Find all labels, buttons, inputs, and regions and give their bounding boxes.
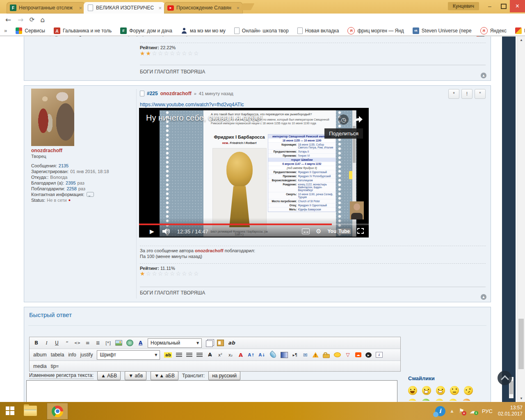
lowercase-button[interactable]: ▼ абв bbox=[125, 371, 146, 380]
soundcloud-button[interactable]: ☁ bbox=[355, 352, 361, 357]
bookmark[interactable]: vk Steven Universe (пере bbox=[413, 27, 472, 34]
star-icon[interactable]: ☆ bbox=[194, 50, 200, 57]
alert-button[interactable]: ▽ bbox=[345, 352, 351, 358]
action-center-flag-icon[interactable]: ⚑ × bbox=[459, 407, 464, 415]
tab-close-icon[interactable]: × bbox=[77, 5, 82, 11]
go-top-icon[interactable]: ▲ bbox=[481, 73, 486, 78]
smiley[interactable] bbox=[450, 386, 459, 395]
highlight-button[interactable]: ab bbox=[164, 352, 172, 358]
list-item-button[interactable]: [*] bbox=[105, 340, 111, 346]
file-explorer-icon[interactable] bbox=[24, 406, 37, 416]
smiley[interactable] bbox=[422, 399, 430, 401]
star-icon[interactable]: ☆ bbox=[182, 270, 188, 277]
gradient-button[interactable] bbox=[281, 352, 288, 358]
browser-profile-name[interactable]: Кунцевич bbox=[448, 2, 479, 10]
star-icon[interactable]: ☆ bbox=[146, 270, 152, 277]
volume-icon[interactable] bbox=[162, 228, 171, 234]
window-close-button[interactable]: × bbox=[510, 0, 525, 12]
paste-button[interactable] bbox=[217, 340, 224, 346]
scroll-to-top-button[interactable] bbox=[498, 371, 512, 385]
reload-icon[interactable]: ⟳ bbox=[27, 15, 37, 25]
subscript-button[interactable]: x₂ bbox=[227, 352, 233, 358]
forward-icon[interactable]: → bbox=[16, 15, 25, 25]
quote-button[interactable]: “ bbox=[64, 340, 70, 346]
star-icon[interactable]: ☆ bbox=[182, 50, 188, 57]
align-center-button[interactable] bbox=[176, 353, 182, 357]
post-author-name[interactable]: onozdrachoff bbox=[31, 148, 62, 153]
back-icon[interactable]: ← bbox=[3, 15, 13, 25]
smiley[interactable] bbox=[449, 399, 457, 401]
smiley[interactable] bbox=[462, 399, 471, 401]
youtube-link[interactable]: https://www.youtube.com/watch?v=fhd2vq4A… bbox=[140, 102, 244, 107]
notification-info-icon[interactable]: i bbox=[435, 406, 445, 416]
youtube-player[interactable]: А это такой был этот Барбаросса, что пер… bbox=[139, 108, 369, 237]
bookmark[interactable]: Почта bbox=[515, 27, 525, 34]
italic-button[interactable]: I bbox=[43, 340, 50, 346]
tabela-button[interactable]: tabela bbox=[51, 352, 64, 358]
smiley[interactable] bbox=[408, 386, 417, 395]
font-larger-button[interactable]: A↑ bbox=[248, 352, 254, 358]
font-smaller-button[interactable]: A↓ bbox=[259, 352, 265, 358]
star-icon[interactable]: ☆ bbox=[194, 270, 200, 277]
star-icon[interactable]: ☆ bbox=[164, 50, 170, 57]
smiley[interactable] bbox=[422, 386, 431, 395]
go-top-icon[interactable]: ▲ bbox=[481, 294, 486, 300]
link-button[interactable] bbox=[126, 340, 133, 346]
media-button[interactable]: media bbox=[33, 363, 47, 370]
ab-button[interactable]: ab bbox=[228, 340, 235, 346]
browser-scrollbar[interactable]: ▲ ▼ bbox=[517, 37, 525, 402]
align-justify-button[interactable] bbox=[186, 353, 192, 357]
scroll-down-icon[interactable]: ▼ bbox=[518, 397, 525, 400]
email-quote-button[interactable]: ✉ bbox=[302, 352, 308, 358]
taskbar-clock[interactable]: 13:57 02.01.2017 bbox=[498, 405, 523, 417]
window-minimize-button[interactable]: – bbox=[482, 0, 498, 12]
browser-tab-youtube[interactable]: ▶ Происхождение Славян × bbox=[164, 2, 243, 14]
thanks-by[interactable]: Па 100 (менее минуты назад) bbox=[140, 254, 202, 259]
watch-later-icon[interactable]: ◷ bbox=[338, 114, 349, 125]
smiley[interactable] bbox=[436, 386, 445, 395]
bookmark[interactable]: Я фриц морген — Янд bbox=[347, 27, 404, 34]
youtube-logo[interactable]: You Tube bbox=[327, 228, 351, 234]
star-icon[interactable]: ☆ bbox=[158, 270, 164, 277]
list-button[interactable]: ≡ bbox=[84, 340, 91, 346]
window-maximize-button[interactable] bbox=[498, 0, 510, 12]
star-icon[interactable]: ★ bbox=[146, 50, 152, 57]
font-color-button[interactable]: A bbox=[137, 340, 144, 346]
video-button[interactable]: ▶ bbox=[365, 352, 372, 358]
settings-gear-icon[interactable]: ⚙ bbox=[316, 228, 321, 235]
browser-tab-active[interactable]: ВЕЛИКАЯ ИЗОТЕРИЧЕС × bbox=[84, 2, 165, 14]
subtitles-icon[interactable] bbox=[302, 228, 310, 234]
drop-button[interactable] bbox=[269, 351, 277, 359]
bookmark[interactable]: ма мэ ми мо му bbox=[181, 27, 226, 34]
image-button[interactable] bbox=[115, 340, 122, 346]
album-button[interactable]: album bbox=[33, 352, 47, 358]
justify-button[interactable]: justify bbox=[80, 352, 93, 358]
bookmark[interactable]: F Форум: дом и дача bbox=[120, 27, 172, 34]
star-icon[interactable]: ☆ bbox=[170, 270, 176, 277]
bookmarks-overflow-icon[interactable]: » bbox=[4, 27, 7, 34]
quote-button[interactable]: “ bbox=[475, 89, 486, 99]
smiley[interactable] bbox=[435, 399, 444, 401]
align-right-button[interactable] bbox=[196, 353, 203, 357]
language-indicator[interactable]: РУС bbox=[482, 408, 493, 414]
info-button[interactable]: info bbox=[68, 352, 76, 358]
togglecase-button[interactable]: ▼▲ аБВ bbox=[151, 371, 178, 380]
browser-tab-unread[interactable]: F Непрочитанные отслеж × bbox=[7, 2, 85, 14]
translit-button[interactable]: на русский bbox=[208, 371, 240, 380]
text-style-select[interactable]: Нормальный ▼ bbox=[148, 338, 202, 348]
speech-button[interactable] bbox=[334, 352, 341, 357]
report-button[interactable]: ! bbox=[461, 89, 472, 99]
tab-close-icon[interactable]: × bbox=[235, 5, 240, 11]
font-red-button[interactable]: A bbox=[237, 352, 244, 358]
bookmark[interactable]: Новая вкладка bbox=[297, 27, 339, 34]
fullscreen-icon[interactable] bbox=[357, 228, 364, 235]
star-icon[interactable]: ☆ bbox=[152, 50, 158, 57]
direction-button[interactable]: ▸¶ bbox=[292, 352, 298, 358]
superscript-button[interactable]: x² bbox=[217, 352, 223, 358]
star-icon[interactable]: ★ bbox=[140, 50, 146, 57]
post-author-link[interactable]: onozdrachoff bbox=[160, 91, 192, 96]
smiley[interactable] bbox=[408, 399, 417, 401]
video-title-overlay[interactable]: Ну ничего себе, сказал я себе! bbox=[146, 113, 262, 123]
scrollbar-thumb[interactable] bbox=[518, 319, 524, 369]
bookmark[interactable]: Сервисы bbox=[16, 27, 45, 34]
